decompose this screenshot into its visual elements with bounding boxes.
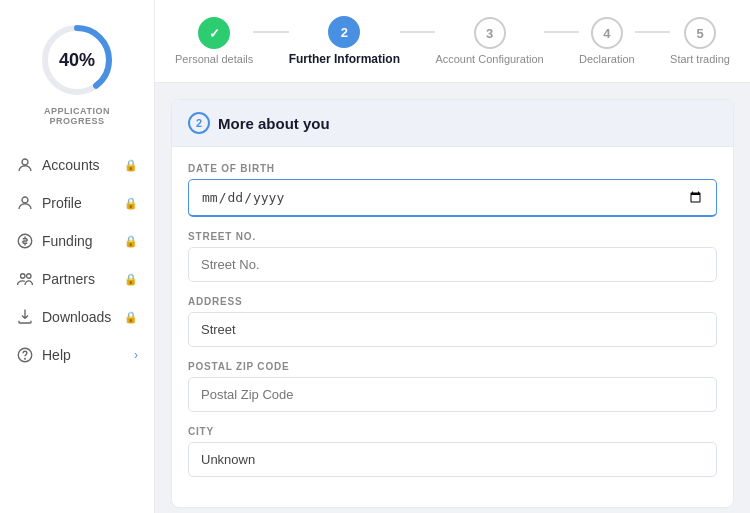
partners-icon: [16, 270, 34, 288]
partners-lock-icon: 🔒: [124, 273, 138, 286]
field-city-group: CITY: [188, 426, 717, 477]
accounts-lock-icon: 🔒: [124, 159, 138, 172]
sidebar-item-funding[interactable]: Funding 🔒: [0, 222, 154, 260]
field-address-group: ADDRESS: [188, 296, 717, 347]
form-section-title: More about you: [218, 115, 330, 132]
step-label-declaration: Declaration: [579, 53, 635, 65]
field-address-label: ADDRESS: [188, 296, 717, 307]
downloads-lock-icon: 🔒: [124, 311, 138, 324]
progress-percent-label: 40%: [59, 50, 95, 71]
help-icon: [16, 346, 34, 364]
funding-label: Funding: [42, 233, 93, 249]
step-config: 3 Account Configuration: [435, 17, 543, 65]
field-postal-label: POSTAL ZIP CODE: [188, 361, 717, 372]
postal-input[interactable]: [188, 377, 717, 412]
accounts-icon: [16, 156, 34, 174]
svg-point-6: [27, 274, 32, 279]
step-label-trading: Start trading: [670, 53, 730, 65]
svg-point-3: [22, 197, 28, 203]
sidebar-item-downloads[interactable]: Downloads 🔒: [0, 298, 154, 336]
field-city-label: CITY: [188, 426, 717, 437]
city-input[interactable]: [188, 442, 717, 477]
step-label-personal: Personal details: [175, 53, 253, 65]
sidebar-item-help[interactable]: Help ›: [0, 336, 154, 374]
connector-3: [544, 31, 579, 33]
svg-point-5: [21, 274, 26, 279]
connector-2: [400, 31, 435, 33]
main-content: ✓ Personal details 2 Further Information…: [155, 0, 750, 513]
step-circle-personal: ✓: [198, 17, 230, 49]
address-input[interactable]: [188, 312, 717, 347]
step-personal: ✓ Personal details: [175, 17, 253, 65]
accounts-label: Accounts: [42, 157, 100, 173]
field-dob-group: DATE OF BIRTH: [188, 163, 717, 217]
profile-icon: [16, 194, 34, 212]
connector-4: [635, 31, 670, 33]
progress-text-label: APPLICATIONPROGRESS: [44, 106, 110, 126]
step-trading: 5 Start trading: [670, 17, 730, 65]
downloads-label: Downloads: [42, 309, 111, 325]
sidebar-item-accounts[interactable]: Accounts 🔒: [0, 146, 154, 184]
partners-label: Partners: [42, 271, 95, 287]
help-label: Help: [42, 347, 71, 363]
sidebar: 40% APPLICATIONPROGRESS Accounts 🔒 Profi…: [0, 0, 155, 513]
help-chevron-icon: ›: [134, 348, 138, 362]
stepper-container: ✓ Personal details 2 Further Information…: [155, 0, 750, 83]
nav-menu: Accounts 🔒 Profile 🔒 Funding 🔒: [0, 146, 154, 374]
step-circle-config: 3: [474, 17, 506, 49]
form-area: 2 More about you DATE OF BIRTH STREET NO…: [155, 83, 750, 513]
svg-point-8: [25, 358, 26, 359]
progress-circle: 40%: [37, 20, 117, 100]
step-declaration: 4 Declaration: [579, 17, 635, 65]
profile-label: Profile: [42, 195, 82, 211]
form-section-num: 2: [188, 112, 210, 134]
dob-input-wrapper: [188, 179, 717, 217]
step-circle-declaration: 4: [591, 17, 623, 49]
form-card: 2 More about you DATE OF BIRTH STREET NO…: [171, 99, 734, 508]
progress-container: 40% APPLICATIONPROGRESS: [37, 20, 117, 126]
sidebar-item-profile[interactable]: Profile 🔒: [0, 184, 154, 222]
step-circle-trading: 5: [684, 17, 716, 49]
step-further: 2 Further Information: [289, 16, 400, 66]
field-street-no-label: STREET NO.: [188, 231, 717, 242]
step-label-config: Account Configuration: [435, 53, 543, 65]
svg-point-2: [22, 159, 28, 165]
form-card-header: 2 More about you: [172, 100, 733, 147]
connector-1: [253, 31, 288, 33]
field-postal-group: POSTAL ZIP CODE: [188, 361, 717, 412]
stepper: ✓ Personal details 2 Further Information…: [175, 16, 730, 66]
sidebar-item-partners[interactable]: Partners 🔒: [0, 260, 154, 298]
profile-lock-icon: 🔒: [124, 197, 138, 210]
downloads-icon: [16, 308, 34, 326]
field-dob-label: DATE OF BIRTH: [188, 163, 717, 174]
street-no-input[interactable]: [188, 247, 717, 282]
funding-lock-icon: 🔒: [124, 235, 138, 248]
funding-icon: [16, 232, 34, 250]
field-street-no-group: STREET NO.: [188, 231, 717, 282]
form-body: DATE OF BIRTH STREET NO. ADDRESS: [172, 147, 733, 507]
step-circle-further: 2: [328, 16, 360, 48]
step-label-further: Further Information: [289, 52, 400, 66]
dob-input[interactable]: [188, 179, 717, 217]
